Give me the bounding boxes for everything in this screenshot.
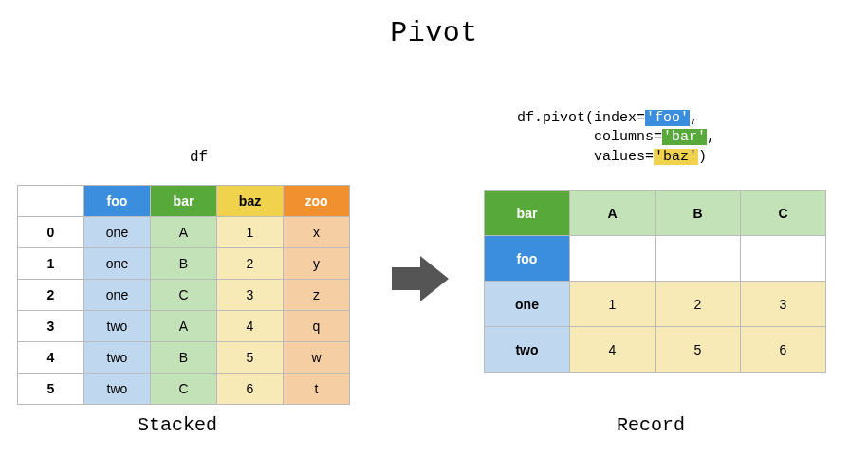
cell-baz: 5 (217, 342, 284, 374)
header-bar: bar (151, 186, 217, 217)
record-col-axis-name: bar (485, 191, 570, 236)
record-cell: 2 (656, 282, 741, 327)
cell-foo: one (84, 217, 151, 248)
cell-zoo: t (284, 374, 350, 405)
row-index: 4 (18, 342, 84, 374)
code-text: ) (698, 149, 707, 165)
cell-foo: two (84, 374, 151, 405)
code-text: , (707, 129, 715, 145)
df-label: df (190, 149, 208, 166)
record-axis-row: foo (485, 236, 826, 282)
record-blank (570, 236, 656, 282)
cell-bar: C (151, 374, 217, 405)
table-row: 1 one B 2 y (18, 248, 350, 280)
cell-bar: A (151, 311, 217, 342)
cell-bar: B (151, 248, 217, 280)
table-row: 3 two A 4 q (18, 311, 350, 342)
record-cell: 1 (570, 282, 656, 327)
cell-foo: two (84, 342, 151, 374)
stacked-table: foo bar baz zoo 0 one A 1 x 1 one B 2 y … (17, 185, 350, 405)
cell-foo: two (84, 311, 151, 342)
record-cell: 6 (741, 327, 826, 373)
code-indent (517, 129, 594, 145)
record-col-B: B (656, 191, 741, 236)
code-text: columns= (594, 129, 662, 145)
header-foo: foo (84, 186, 151, 217)
cell-foo: one (84, 280, 151, 311)
record-data-row: two 4 5 6 (485, 327, 826, 373)
cell-baz: 3 (217, 280, 284, 311)
record-data-row: one 1 2 3 (485, 282, 826, 327)
table-row: 4 two B 5 w (18, 342, 350, 374)
record-blank (656, 236, 741, 282)
record-cell: 3 (741, 282, 826, 327)
cell-baz: 4 (217, 311, 284, 342)
record-col-A: A (570, 191, 656, 236)
pivot-code: df.pivot(index='foo', columns='bar', val… (517, 109, 715, 167)
cell-foo: one (84, 248, 151, 280)
code-index-highlight: 'foo' (645, 110, 690, 126)
cell-baz: 1 (217, 217, 284, 248)
table-row: 0 one A 1 x (18, 217, 350, 248)
cell-bar: C (151, 280, 217, 311)
record-blank (741, 236, 826, 282)
code-columns-highlight: 'bar' (662, 129, 707, 145)
cell-bar: A (151, 217, 217, 248)
table-row: 2 one C 3 z (18, 280, 350, 311)
record-caption: Record (617, 414, 685, 436)
row-index: 2 (18, 280, 84, 311)
code-values-highlight: 'baz' (654, 149, 698, 165)
record-row-axis-name: foo (485, 236, 570, 282)
cell-baz: 6 (217, 374, 284, 405)
arrow-right-icon (392, 256, 449, 301)
cell-baz: 2 (217, 248, 284, 280)
row-index: 1 (18, 248, 84, 280)
row-index: 3 (18, 311, 84, 342)
record-header-row: bar A B C (485, 191, 826, 236)
table-row: 5 two C 6 t (18, 374, 350, 405)
cell-zoo: z (284, 280, 350, 311)
record-col-C: C (741, 191, 826, 236)
cell-zoo: x (284, 217, 350, 248)
code-text: , (690, 110, 698, 126)
code-indent (517, 149, 594, 165)
page-title: Pivot (0, 0, 868, 49)
code-text: values= (594, 149, 654, 165)
row-index: 5 (18, 374, 84, 405)
header-baz: baz (217, 186, 284, 217)
record-row-idx: one (485, 282, 570, 327)
record-row-idx: two (485, 327, 570, 373)
row-index: 0 (18, 217, 84, 248)
cell-zoo: q (284, 311, 350, 342)
code-text: df.pivot(index= (517, 110, 645, 126)
record-table: bar A B C foo one 1 2 3 two 4 5 6 (484, 190, 826, 373)
header-blank (18, 186, 84, 217)
cell-zoo: w (284, 342, 350, 374)
svg-marker-0 (392, 256, 449, 301)
record-cell: 5 (656, 327, 741, 373)
record-cell: 4 (570, 327, 656, 373)
header-zoo: zoo (284, 186, 350, 217)
stacked-caption: Stacked (138, 414, 217, 436)
cell-zoo: y (284, 248, 350, 280)
table-header-row: foo bar baz zoo (18, 186, 350, 217)
cell-bar: B (151, 342, 217, 374)
